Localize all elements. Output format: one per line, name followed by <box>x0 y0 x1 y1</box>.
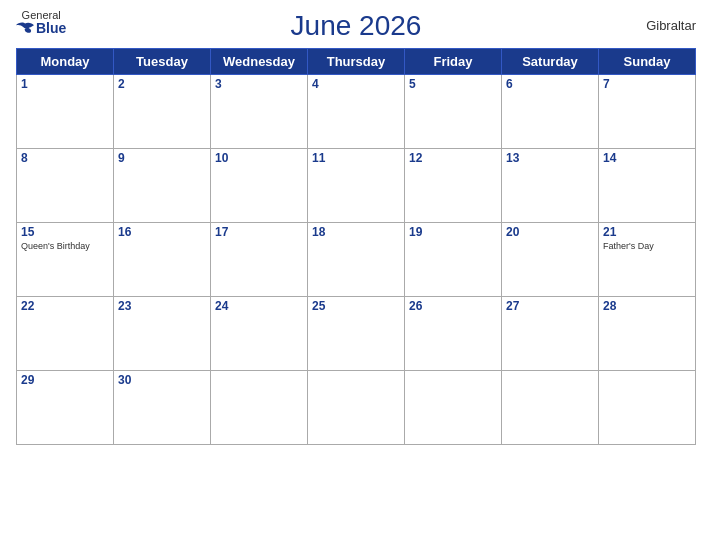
week-row-1: 1234567 <box>17 75 696 149</box>
header-thursday: Thursday <box>308 49 405 75</box>
header-saturday: Saturday <box>502 49 599 75</box>
day-number: 10 <box>215 151 303 165</box>
calendar-cell-19-4: 19 <box>405 223 502 297</box>
calendar-cell-empty-6 <box>599 371 696 445</box>
week-row-5: 2930 <box>17 371 696 445</box>
day-number: 4 <box>312 77 400 91</box>
week-row-4: 22232425262728 <box>17 297 696 371</box>
header-friday: Friday <box>405 49 502 75</box>
day-number: 15 <box>21 225 109 239</box>
calendar-cell-11-3: 11 <box>308 149 405 223</box>
day-number: 9 <box>118 151 206 165</box>
calendar-cell-empty-3 <box>308 371 405 445</box>
day-number: 24 <box>215 299 303 313</box>
calendar-cell-16-1: 16 <box>114 223 211 297</box>
calendar-cell-1-0: 1 <box>17 75 114 149</box>
day-number: 29 <box>21 373 109 387</box>
day-number: 16 <box>118 225 206 239</box>
logo-blue-text: Blue <box>16 21 66 35</box>
day-number: 8 <box>21 151 109 165</box>
calendar-cell-28-6: 28 <box>599 297 696 371</box>
region-label: Gibraltar <box>646 18 696 33</box>
day-number: 20 <box>506 225 594 239</box>
calendar-cell-6-5: 6 <box>502 75 599 149</box>
day-number: 19 <box>409 225 497 239</box>
calendar-cell-25-3: 25 <box>308 297 405 371</box>
calendar-cell-24-2: 24 <box>211 297 308 371</box>
day-number: 14 <box>603 151 691 165</box>
calendar-cell-23-1: 23 <box>114 297 211 371</box>
calendar-cell-20-5: 20 <box>502 223 599 297</box>
generalblue-logo: General Blue <box>16 10 66 35</box>
calendar-cell-empty-5 <box>502 371 599 445</box>
day-number: 26 <box>409 299 497 313</box>
event-label: Father's Day <box>603 241 691 252</box>
calendar-cell-empty-4 <box>405 371 502 445</box>
calendar-cell-empty-2 <box>211 371 308 445</box>
day-number: 18 <box>312 225 400 239</box>
calendar-cell-18-3: 18 <box>308 223 405 297</box>
calendar-cell-13-5: 13 <box>502 149 599 223</box>
day-number: 5 <box>409 77 497 91</box>
header-sunday: Sunday <box>599 49 696 75</box>
week-row-3: 15Queen's Birthday161718192021Father's D… <box>17 223 696 297</box>
day-number: 21 <box>603 225 691 239</box>
calendar-cell-14-6: 14 <box>599 149 696 223</box>
day-number: 25 <box>312 299 400 313</box>
calendar-cell-4-3: 4 <box>308 75 405 149</box>
calendar-cell-26-4: 26 <box>405 297 502 371</box>
logo-bird-icon <box>16 21 34 35</box>
day-number: 2 <box>118 77 206 91</box>
calendar-cell-8-0: 8 <box>17 149 114 223</box>
calendar-cell-29-0: 29 <box>17 371 114 445</box>
day-number: 1 <box>21 77 109 91</box>
day-number: 13 <box>506 151 594 165</box>
weekday-header-row: Monday Tuesday Wednesday Thursday Friday… <box>17 49 696 75</box>
day-number: 27 <box>506 299 594 313</box>
calendar-cell-27-5: 27 <box>502 297 599 371</box>
calendar-cell-7-6: 7 <box>599 75 696 149</box>
calendar-header: General Blue June 2026 Gibraltar <box>16 10 696 42</box>
calendar-cell-2-1: 2 <box>114 75 211 149</box>
calendar-cell-15-0: 15Queen's Birthday <box>17 223 114 297</box>
day-number: 12 <box>409 151 497 165</box>
day-number: 11 <box>312 151 400 165</box>
header-monday: Monday <box>17 49 114 75</box>
calendar-cell-5-4: 5 <box>405 75 502 149</box>
calendar-cell-30-1: 30 <box>114 371 211 445</box>
day-number: 22 <box>21 299 109 313</box>
calendar-page: General Blue June 2026 Gibraltar Monday … <box>0 0 712 550</box>
header-wednesday: Wednesday <box>211 49 308 75</box>
day-number: 28 <box>603 299 691 313</box>
calendar-cell-17-2: 17 <box>211 223 308 297</box>
page-title: June 2026 <box>291 10 422 42</box>
calendar-cell-12-4: 12 <box>405 149 502 223</box>
day-number: 23 <box>118 299 206 313</box>
day-number: 6 <box>506 77 594 91</box>
header-tuesday: Tuesday <box>114 49 211 75</box>
calendar-cell-22-0: 22 <box>17 297 114 371</box>
calendar-cell-3-2: 3 <box>211 75 308 149</box>
week-row-2: 891011121314 <box>17 149 696 223</box>
calendar-table: Monday Tuesday Wednesday Thursday Friday… <box>16 48 696 445</box>
day-number: 30 <box>118 373 206 387</box>
calendar-cell-21-6: 21Father's Day <box>599 223 696 297</box>
event-label: Queen's Birthday <box>21 241 109 252</box>
calendar-cell-9-1: 9 <box>114 149 211 223</box>
day-number: 3 <box>215 77 303 91</box>
day-number: 7 <box>603 77 691 91</box>
calendar-cell-10-2: 10 <box>211 149 308 223</box>
day-number: 17 <box>215 225 303 239</box>
